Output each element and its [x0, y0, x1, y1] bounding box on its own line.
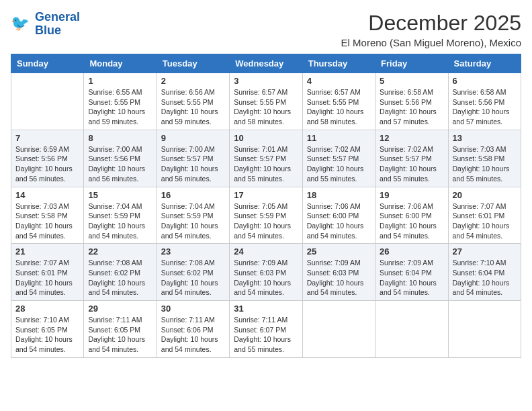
calendar-table: SundayMondayTuesdayWednesdayThursdayFrid… [11, 54, 521, 358]
logo: 🐦 General Blue [11, 11, 80, 38]
calendar-cell [302, 301, 375, 358]
day-number: 9 [161, 133, 225, 143]
calendar-cell: 2Sunrise: 6:56 AMSunset: 5:55 PMDaylight… [157, 73, 229, 130]
day-number: 24 [234, 246, 298, 257]
day-info: Sunrise: 7:07 AMSunset: 6:01 PMDaylight:… [453, 201, 517, 241]
page-header: 🐦 General Blue December 2025 El Moreno (… [11, 11, 521, 48]
calendar-cell: 31Sunrise: 7:11 AMSunset: 6:07 PMDayligh… [230, 301, 302, 358]
day-number: 14 [15, 190, 79, 200]
day-number: 29 [88, 304, 152, 314]
day-info: Sunrise: 7:11 AMSunset: 6:06 PMDaylight:… [161, 315, 225, 355]
day-number: 17 [234, 190, 298, 200]
day-number: 27 [453, 246, 517, 257]
day-number: 22 [88, 246, 152, 257]
calendar-cell: 18Sunrise: 7:06 AMSunset: 6:00 PMDayligh… [302, 187, 375, 244]
day-number: 15 [88, 190, 152, 200]
location-title: El Moreno (San Miguel Moreno), Mexico [341, 37, 521, 48]
day-number: 21 [15, 246, 79, 257]
calendar-cell: 1Sunrise: 6:55 AMSunset: 5:55 PMDaylight… [84, 73, 157, 130]
calendar-cell: 25Sunrise: 7:09 AMSunset: 6:03 PMDayligh… [302, 244, 375, 301]
calendar-cell: 7Sunrise: 6:59 AMSunset: 5:56 PMDaylight… [11, 130, 84, 187]
day-number: 1 [88, 76, 152, 86]
day-number: 10 [234, 133, 298, 143]
day-info: Sunrise: 6:59 AMSunset: 5:56 PMDaylight:… [15, 144, 79, 184]
calendar-cell: 22Sunrise: 7:08 AMSunset: 6:02 PMDayligh… [84, 244, 157, 301]
day-info: Sunrise: 7:07 AMSunset: 6:01 PMDaylight:… [15, 258, 79, 298]
calendar-cell: 5Sunrise: 6:58 AMSunset: 5:56 PMDaylight… [375, 73, 448, 130]
svg-text:🐦: 🐦 [11, 14, 30, 32]
calendar-cell: 26Sunrise: 7:09 AMSunset: 6:04 PMDayligh… [375, 244, 448, 301]
day-info: Sunrise: 7:10 AMSunset: 6:04 PMDaylight:… [453, 258, 517, 298]
logo-icon: 🐦 [11, 13, 32, 35]
weekday-header-sunday: Sunday [11, 54, 84, 73]
day-info: Sunrise: 6:56 AMSunset: 5:55 PMDaylight:… [161, 87, 225, 127]
calendar-cell: 13Sunrise: 7:03 AMSunset: 5:58 PMDayligh… [448, 130, 521, 187]
day-number: 19 [380, 190, 443, 200]
calendar-cell: 29Sunrise: 7:11 AMSunset: 6:05 PMDayligh… [84, 301, 157, 358]
calendar-cell: 27Sunrise: 7:10 AMSunset: 6:04 PMDayligh… [448, 244, 521, 301]
calendar-week-row: 14Sunrise: 7:03 AMSunset: 5:58 PMDayligh… [11, 187, 521, 244]
day-info: Sunrise: 7:06 AMSunset: 6:00 PMDaylight:… [380, 201, 443, 241]
weekday-header-wednesday: Wednesday [230, 54, 302, 73]
calendar-cell: 24Sunrise: 7:09 AMSunset: 6:03 PMDayligh… [230, 244, 302, 301]
calendar-cell [448, 301, 521, 358]
day-number: 6 [453, 76, 517, 86]
calendar-cell: 23Sunrise: 7:08 AMSunset: 6:02 PMDayligh… [157, 244, 229, 301]
day-number: 23 [161, 246, 225, 257]
weekday-header-thursday: Thursday [302, 54, 375, 73]
day-number: 25 [307, 246, 371, 257]
calendar-cell: 8Sunrise: 7:00 AMSunset: 5:56 PMDaylight… [84, 130, 157, 187]
day-info: Sunrise: 7:03 AMSunset: 5:58 PMDaylight:… [453, 144, 517, 184]
calendar-cell [11, 73, 84, 130]
calendar-cell: 11Sunrise: 7:02 AMSunset: 5:57 PMDayligh… [302, 130, 375, 187]
calendar-cell: 10Sunrise: 7:01 AMSunset: 5:57 PMDayligh… [230, 130, 302, 187]
day-number: 16 [161, 190, 225, 200]
day-number: 13 [453, 133, 517, 143]
day-info: Sunrise: 7:02 AMSunset: 5:57 PMDaylight:… [307, 144, 371, 184]
day-info: Sunrise: 6:57 AMSunset: 5:55 PMDaylight:… [234, 87, 298, 127]
day-info: Sunrise: 7:09 AMSunset: 6:04 PMDaylight:… [380, 258, 443, 298]
day-info: Sunrise: 7:08 AMSunset: 6:02 PMDaylight:… [88, 258, 152, 298]
calendar-cell: 28Sunrise: 7:10 AMSunset: 6:05 PMDayligh… [11, 301, 84, 358]
day-number: 4 [307, 76, 371, 86]
day-info: Sunrise: 6:55 AMSunset: 5:55 PMDaylight:… [88, 87, 152, 127]
day-info: Sunrise: 7:09 AMSunset: 6:03 PMDaylight:… [307, 258, 371, 298]
weekday-header-tuesday: Tuesday [157, 54, 229, 73]
title-area: December 2025 El Moreno (San Miguel More… [341, 11, 521, 48]
calendar-cell: 20Sunrise: 7:07 AMSunset: 6:01 PMDayligh… [448, 187, 521, 244]
day-number: 2 [161, 76, 225, 86]
day-info: Sunrise: 7:06 AMSunset: 6:00 PMDaylight:… [307, 201, 371, 241]
day-info: Sunrise: 7:04 AMSunset: 5:59 PMDaylight:… [88, 201, 152, 241]
day-info: Sunrise: 6:58 AMSunset: 5:56 PMDaylight:… [453, 87, 517, 127]
day-number: 5 [380, 76, 443, 86]
day-info: Sunrise: 7:10 AMSunset: 6:05 PMDaylight:… [15, 315, 79, 355]
day-number: 8 [88, 133, 152, 143]
day-info: Sunrise: 6:57 AMSunset: 5:55 PMDaylight:… [307, 87, 371, 127]
calendar-cell: 4Sunrise: 6:57 AMSunset: 5:55 PMDaylight… [302, 73, 375, 130]
calendar-cell: 17Sunrise: 7:05 AMSunset: 5:59 PMDayligh… [230, 187, 302, 244]
day-info: Sunrise: 7:03 AMSunset: 5:58 PMDaylight:… [15, 201, 79, 241]
weekday-header-friday: Friday [375, 54, 448, 73]
logo-text: General Blue [35, 11, 80, 38]
calendar-week-row: 7Sunrise: 6:59 AMSunset: 5:56 PMDaylight… [11, 130, 521, 187]
calendar-cell [375, 301, 448, 358]
day-number: 11 [307, 133, 371, 143]
day-info: Sunrise: 7:09 AMSunset: 6:03 PMDaylight:… [234, 258, 298, 298]
calendar-cell: 15Sunrise: 7:04 AMSunset: 5:59 PMDayligh… [84, 187, 157, 244]
calendar-cell: 6Sunrise: 6:58 AMSunset: 5:56 PMDaylight… [448, 73, 521, 130]
calendar-cell: 12Sunrise: 7:02 AMSunset: 5:57 PMDayligh… [375, 130, 448, 187]
day-info: Sunrise: 7:11 AMSunset: 6:05 PMDaylight:… [88, 315, 152, 355]
calendar-cell: 21Sunrise: 7:07 AMSunset: 6:01 PMDayligh… [11, 244, 84, 301]
day-number: 7 [15, 133, 79, 143]
day-info: Sunrise: 7:08 AMSunset: 6:02 PMDaylight:… [161, 258, 225, 298]
calendar-cell: 30Sunrise: 7:11 AMSunset: 6:06 PMDayligh… [157, 301, 229, 358]
day-info: Sunrise: 6:58 AMSunset: 5:56 PMDaylight:… [380, 87, 443, 127]
calendar-week-row: 21Sunrise: 7:07 AMSunset: 6:01 PMDayligh… [11, 244, 521, 301]
day-number: 3 [234, 76, 298, 86]
month-title: December 2025 [341, 11, 521, 36]
calendar-cell: 14Sunrise: 7:03 AMSunset: 5:58 PMDayligh… [11, 187, 84, 244]
day-number: 30 [161, 304, 225, 314]
calendar-cell: 3Sunrise: 6:57 AMSunset: 5:55 PMDaylight… [230, 73, 302, 130]
day-info: Sunrise: 7:04 AMSunset: 5:59 PMDaylight:… [161, 201, 225, 241]
day-number: 12 [380, 133, 443, 143]
